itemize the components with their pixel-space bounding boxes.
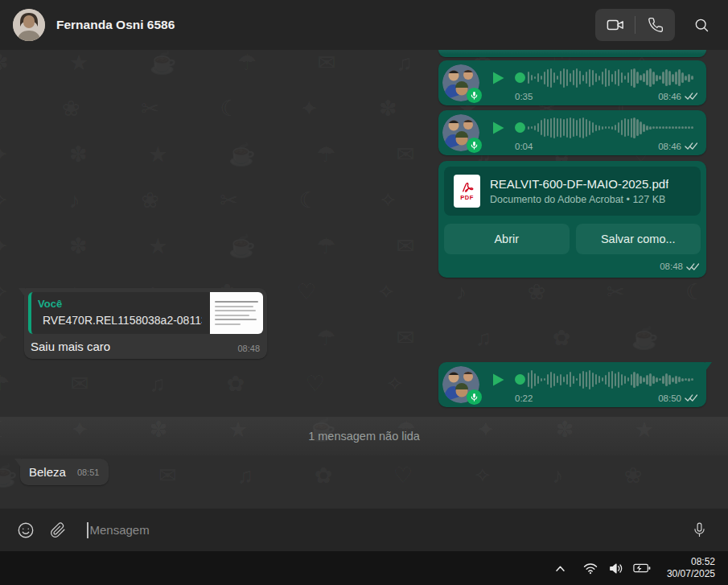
- chat-header: Fernanda Osni 6586: [0, 0, 728, 50]
- quoted-message[interactable]: Você RVE470R.REL1158038a2-081136.pdf: [28, 292, 263, 334]
- message-input[interactable]: [88, 523, 684, 537]
- document-texts: REALVIT-600-DF-MAIO-2025.pdf Documento d…: [490, 177, 668, 205]
- volume-status-button[interactable]: [605, 556, 628, 580]
- wifi-status-button[interactable]: [579, 556, 603, 580]
- wifi-icon: [583, 562, 598, 575]
- sender-avatar[interactable]: [442, 366, 479, 403]
- voice-message: 0:04 08:46: [438, 110, 706, 155]
- message-text: Saiu mais caro: [31, 340, 110, 353]
- open-button[interactable]: Abrir: [444, 224, 570, 254]
- message-composer: [0, 509, 728, 551]
- attach-icon: [50, 522, 66, 538]
- quote-filename: RVE470R.REL1158038a2-081136.pdf: [43, 314, 202, 327]
- battery-charging-icon: [633, 562, 651, 574]
- sender-avatar[interactable]: [442, 114, 479, 151]
- contact-avatar[interactable]: [13, 9, 45, 41]
- voice-player: 0:04 08:46: [489, 115, 702, 151]
- mic-badge-icon: [467, 138, 482, 153]
- voice-call-button[interactable]: [635, 9, 675, 41]
- message-time: 08:46: [658, 142, 681, 151]
- search-button[interactable]: [688, 11, 715, 39]
- message-time: 08:50: [658, 393, 681, 403]
- message-time: 08:48: [237, 344, 260, 353]
- voice-message: 0:35 08:46: [438, 60, 706, 105]
- play-button[interactable]: [489, 69, 507, 87]
- double-check-icon: [685, 142, 697, 150]
- play-button[interactable]: [489, 371, 507, 389]
- waveform[interactable]: [528, 115, 697, 141]
- document-thumbnail: [210, 292, 263, 334]
- tray-overflow-button[interactable]: [549, 556, 572, 580]
- contact-avatar-image: [13, 9, 45, 41]
- voice-player: 0:35 08:46: [489, 65, 702, 101]
- voice-call-icon: [648, 17, 664, 33]
- play-button[interactable]: [489, 119, 507, 137]
- voice-record-button[interactable]: [683, 514, 715, 546]
- message-time: 08:48: [660, 262, 683, 271]
- pdf-file-icon: PDF: [454, 175, 480, 208]
- text-message: Beleza 08:51: [20, 459, 109, 485]
- double-check-icon: [686, 262, 699, 271]
- reply-message: Você RVE470R.REL1158038a2-081136.pdf: [24, 288, 267, 359]
- quote-author: Você: [38, 298, 202, 310]
- voice-duration: 0:35: [515, 92, 533, 101]
- sender-avatar[interactable]: [442, 64, 479, 101]
- chevron-up-icon: [555, 565, 566, 572]
- video-call-button[interactable]: [595, 9, 635, 41]
- attach-button[interactable]: [42, 514, 74, 546]
- unread-divider: 1 mensagem não lida: [0, 417, 728, 455]
- volume-icon: [609, 562, 623, 575]
- battery-status-button[interactable]: [631, 556, 654, 580]
- mic-badge-icon: [467, 88, 482, 103]
- voice-duration: 0:04: [515, 142, 533, 151]
- message-text: Beleza: [29, 465, 66, 479]
- contact-name[interactable]: Fernanda Osni 6586: [56, 18, 175, 32]
- emoji-icon: [17, 521, 35, 539]
- search-icon: [693, 17, 709, 33]
- document-message: PDF REALVIT-600-DF-MAIO-2025.pdf Documen…: [438, 161, 706, 278]
- call-button-group: [595, 9, 675, 41]
- double-check-icon: [685, 393, 697, 402]
- pdf-type-label: PDF: [460, 194, 474, 201]
- playhead-handle[interactable]: [515, 122, 525, 133]
- document-meta: Documento do Adobe Acrobat • 127 KB: [490, 194, 668, 205]
- waveform[interactable]: [528, 65, 697, 91]
- taskbar-clock[interactable]: 08:52 30/07/2025: [664, 554, 718, 582]
- document-row[interactable]: PDF REALVIT-600-DF-MAIO-2025.pdf Documen…: [444, 167, 701, 216]
- playhead-handle[interactable]: [515, 374, 525, 385]
- save-as-button[interactable]: Salvar como...: [576, 224, 701, 254]
- message-time: 08:51: [77, 468, 100, 477]
- quote-texts: Você RVE470R.REL1158038a2-081136.pdf: [31, 292, 210, 334]
- whatsapp-window: Fernanda Osni 6586: [0, 0, 728, 585]
- playhead-handle[interactable]: [515, 72, 525, 83]
- double-check-icon: [685, 92, 697, 101]
- voice-duration: 0:22: [515, 393, 533, 403]
- unread-divider-label: 1 mensagem não lida: [308, 430, 420, 443]
- header-actions: [595, 9, 715, 41]
- video-call-icon: [607, 16, 624, 34]
- waveform[interactable]: [528, 367, 697, 393]
- message-bubble-partial: [438, 50, 706, 57]
- clock-date: 30/07/2025: [667, 568, 715, 580]
- chat-message-area: ✽ ★ ☕ ☂ ✉ ♫ ✿ ♡ ✧ ♪ ❀ ✂ ☾ ✦ ✽ ★ ✂ ☾ ✦ ✽ …: [0, 50, 728, 509]
- windows-taskbar: 08:52 30/07/2025: [0, 551, 728, 585]
- mic-badge-icon: [467, 389, 482, 405]
- mic-icon: [692, 522, 707, 538]
- voice-player: 0:22 08:50: [489, 367, 702, 403]
- clock-time: 08:52: [667, 556, 715, 568]
- voice-message: 0:22 08:50: [438, 362, 706, 407]
- document-actions: Abrir Salvar como...: [444, 224, 701, 254]
- emoji-button[interactable]: [10, 514, 42, 546]
- document-filename: REALVIT-600-DF-MAIO-2025.pdf: [490, 177, 668, 191]
- message-time: 08:46: [658, 92, 681, 101]
